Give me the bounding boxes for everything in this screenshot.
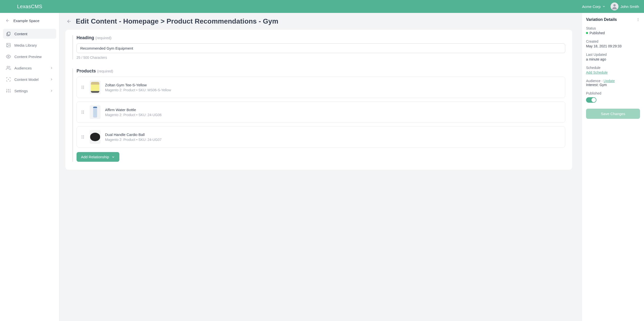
- field-heading: Heading (required) 25 / 500 Characters: [72, 35, 565, 60]
- svg-point-26: [82, 112, 82, 113]
- svg-point-37: [638, 19, 638, 20]
- updated-label: Last Updated: [586, 53, 640, 57]
- image-icon: [6, 43, 11, 48]
- users-icon: [6, 66, 11, 70]
- target-icon: [6, 77, 11, 82]
- svg-point-30: [82, 135, 82, 136]
- drag-handle-icon[interactable]: [81, 110, 85, 114]
- svg-point-5: [8, 56, 9, 57]
- sidebar-item-content-model[interactable]: Content Model: [3, 74, 56, 84]
- status-value: Published: [590, 31, 605, 35]
- updated-block: Last Updated a minute ago: [586, 53, 640, 61]
- created-value: May 18, 2021 09:29:33: [586, 44, 640, 48]
- chevron-down-icon: [112, 155, 115, 159]
- product-title: Dual Handle Cardio Ball: [105, 132, 560, 137]
- product-thumbnail: [90, 80, 100, 94]
- published-block: Published: [586, 91, 640, 103]
- chevron-right-icon: [50, 89, 53, 93]
- details-title: Variation Details: [586, 17, 617, 22]
- space-name: Example Space: [14, 19, 40, 23]
- product-thumbnail: [90, 105, 100, 119]
- sidebar-item-audiences[interactable]: Audiences: [3, 63, 56, 73]
- save-changes-button[interactable]: Save Changes: [586, 109, 640, 119]
- status-label: Status: [586, 26, 640, 30]
- field-products: Products (required) Zoltan Gym Tee-S-Yel: [72, 68, 565, 162]
- brand-logo: LexasCMS: [17, 4, 42, 10]
- sidebar-item-label: Audiences: [14, 66, 32, 70]
- published-label: Published: [586, 91, 640, 95]
- user-name: John Smith: [620, 5, 639, 9]
- logo-area: LexasCMS: [0, 0, 60, 13]
- svg-point-4: [8, 44, 8, 45]
- sidebar-item-settings[interactable]: Settings: [3, 86, 56, 96]
- schedule-block: Schedule Add Schedule: [586, 66, 640, 74]
- created-label: Created: [586, 40, 640, 43]
- details-panel: Variation Details Status Published Creat…: [582, 13, 644, 321]
- sidebar-item-label: Content Model: [14, 77, 39, 82]
- audience-update-link[interactable]: Update: [604, 79, 615, 83]
- add-relationship-button[interactable]: Add Relationship: [76, 152, 120, 162]
- user-menu[interactable]: John Smith: [610, 3, 639, 11]
- sidebar-item-label: Settings: [14, 89, 28, 93]
- eye-icon: [6, 54, 11, 59]
- avatar: [610, 3, 618, 11]
- product-item[interactable]: Zoltan Gym Tee-S-Yellow Magento 2: Produ…: [76, 77, 565, 98]
- product-thumbnail: [90, 130, 100, 144]
- sidebar: Example Space Content Media Library: [0, 13, 60, 321]
- status-block: Status Published: [586, 26, 640, 35]
- published-toggle[interactable]: [586, 97, 596, 103]
- add-schedule-link[interactable]: Add Schedule: [586, 70, 608, 74]
- sidebar-item-label: Content Preview: [14, 55, 42, 59]
- svg-point-18: [82, 86, 82, 87]
- svg-point-27: [83, 112, 84, 113]
- page-title: Edit Content - Homepage > Product Recomm…: [76, 17, 278, 25]
- svg-point-32: [82, 137, 82, 137]
- drag-handle-icon[interactable]: [81, 135, 85, 139]
- svg-point-21: [83, 87, 84, 88]
- sidebar-item-label: Media Library: [14, 43, 37, 47]
- svg-point-0: [613, 4, 616, 7]
- kebab-menu[interactable]: [636, 18, 640, 22]
- sidebar-item-content[interactable]: Content: [3, 29, 56, 39]
- product-title: Zoltan Gym Tee-S-Yellow: [105, 83, 560, 87]
- svg-rect-2: [8, 32, 10, 35]
- sidebar-item-media-library[interactable]: Media Library: [3, 40, 56, 50]
- char-count: 25 / 500 Characters: [76, 56, 565, 60]
- org-name: Acme Corp: [582, 5, 601, 9]
- svg-point-25: [83, 111, 84, 111]
- sidebar-item-label: Content: [14, 32, 28, 36]
- product-meta: Magento 2: Product • SKU: MS06-S-Yellow: [105, 88, 560, 92]
- drag-handle-icon[interactable]: [81, 85, 85, 89]
- copy-icon: [6, 31, 11, 36]
- back-button[interactable]: [66, 18, 73, 25]
- product-meta: Magento 2: Product • SKU: 24-UG07: [105, 138, 560, 142]
- editor-card: Heading (required) 25 / 500 Characters P…: [66, 30, 572, 170]
- audience-label: Audience -: [586, 79, 604, 83]
- svg-point-22: [82, 88, 82, 89]
- svg-point-29: [83, 113, 84, 114]
- product-title: Affirm Water Bottle: [105, 108, 560, 112]
- heading-input[interactable]: [76, 43, 565, 53]
- field-required: (required): [97, 69, 113, 73]
- svg-point-24: [82, 111, 82, 111]
- svg-point-35: [83, 138, 84, 139]
- svg-point-36: [638, 18, 638, 19]
- svg-point-6: [7, 66, 9, 68]
- sidebar-item-content-preview[interactable]: Content Preview: [3, 52, 56, 62]
- field-label-text: Heading: [76, 35, 94, 40]
- space-header[interactable]: Example Space: [3, 16, 56, 25]
- svg-point-28: [82, 113, 82, 114]
- svg-point-20: [82, 87, 82, 88]
- chevron-right-icon: [50, 78, 53, 81]
- schedule-label: Schedule: [586, 66, 640, 70]
- svg-point-31: [83, 135, 84, 136]
- product-item[interactable]: Dual Handle Cardio Ball Magento 2: Produ…: [76, 126, 565, 147]
- arrow-left-icon: [6, 18, 10, 23]
- created-block: Created May 18, 2021 09:29:33: [586, 40, 640, 48]
- svg-point-7: [8, 79, 9, 80]
- chevron-down-icon: [602, 5, 606, 8]
- product-item[interactable]: Affirm Water Bottle Magento 2: Product •…: [76, 101, 565, 123]
- svg-point-19: [83, 86, 84, 87]
- add-relationship-label: Add Relationship: [81, 155, 109, 159]
- org-selector[interactable]: Acme Corp: [582, 5, 606, 9]
